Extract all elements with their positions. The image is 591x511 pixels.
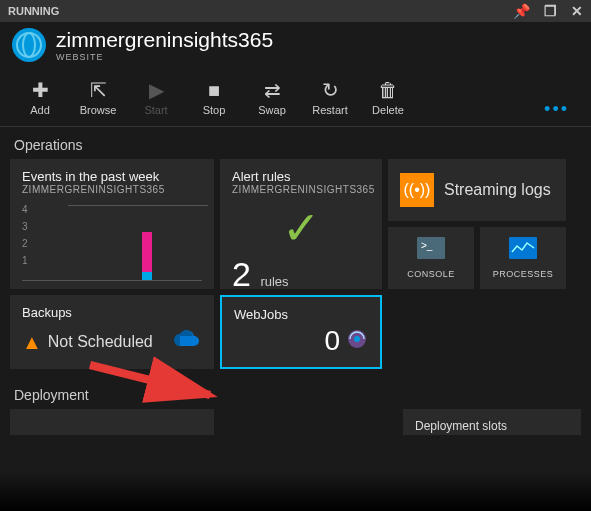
streaming-logs-tile[interactable]: ((•)) Streaming logs: [388, 159, 566, 221]
backups-title: Backups: [22, 305, 202, 320]
webjobs-title: WebJobs: [234, 307, 368, 322]
streaming-icon: ((•)): [400, 173, 434, 207]
swap-button[interactable]: ⇄Swap: [244, 74, 300, 120]
deployment-slots-tile[interactable]: Deployment slots: [403, 409, 581, 435]
deployment-heading: Deployment: [0, 377, 591, 409]
console-label: CONSOLE: [407, 269, 455, 279]
browse-button[interactable]: ⇱Browse: [70, 74, 126, 120]
page-title: zimmergreninsights365: [56, 28, 273, 52]
restore-icon[interactable]: ❐: [544, 3, 557, 19]
deployment-tile[interactable]: [10, 409, 214, 435]
add-button[interactable]: ✚Add: [12, 74, 68, 120]
events-chart: 4321: [22, 201, 202, 281]
alert-label: rules: [260, 274, 288, 289]
processes-icon: [509, 237, 537, 265]
more-button[interactable]: •••: [534, 99, 579, 120]
operations-heading: Operations: [0, 127, 591, 159]
restart-button[interactable]: ↻Restart: [302, 74, 358, 120]
backups-status: Not Scheduled: [48, 333, 153, 351]
alert-rules-tile[interactable]: Alert rules ZIMMERGRENINSIGHTS365 ✓ 2 ru…: [220, 159, 382, 289]
streaming-label: Streaming logs: [444, 181, 551, 199]
alert-title: Alert rules: [232, 169, 370, 184]
processes-tile[interactable]: PROCESSES: [480, 227, 566, 289]
backups-tile[interactable]: Backups ▲ Not Scheduled: [10, 295, 214, 369]
console-icon: >_: [417, 237, 445, 265]
console-tile[interactable]: >_ CONSOLE: [388, 227, 474, 289]
events-subtitle: ZIMMERGRENINSIGHTS365: [22, 184, 202, 195]
cloud-icon: [172, 328, 202, 356]
webjobs-icon: [346, 328, 368, 355]
svg-point-1: [354, 336, 360, 342]
alert-subtitle: ZIMMERGRENINSIGHTS365: [232, 184, 370, 195]
svg-text:>_: >_: [421, 240, 433, 251]
processes-label: PROCESSES: [493, 269, 554, 279]
alert-count: 2: [232, 255, 251, 293]
warning-icon: ▲: [22, 331, 42, 354]
bottom-fade: [0, 471, 591, 511]
events-tile[interactable]: Events in the past week ZIMMERGRENINSIGH…: [10, 159, 214, 289]
close-icon[interactable]: ✕: [571, 3, 583, 19]
page-subtitle: WEBSITE: [56, 52, 273, 62]
start-button: ▶Start: [128, 74, 184, 120]
webjobs-count: 0: [324, 325, 340, 357]
website-icon: [12, 28, 46, 62]
checkmark-icon: ✓: [232, 201, 370, 255]
events-title: Events in the past week: [22, 169, 202, 184]
webjobs-tile[interactable]: WebJobs 0: [220, 295, 382, 369]
status-label: RUNNING: [8, 5, 59, 17]
stop-button[interactable]: ■Stop: [186, 74, 242, 120]
delete-button[interactable]: 🗑Delete: [360, 74, 416, 120]
pin-icon[interactable]: 📌: [513, 3, 530, 19]
